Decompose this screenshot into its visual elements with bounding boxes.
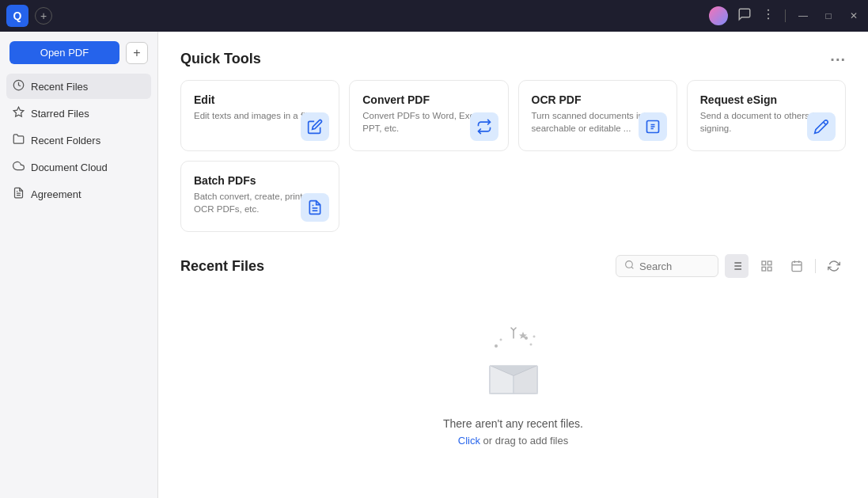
svg-point-32 bbox=[499, 339, 502, 341]
main-content: Quick Tools ··· Edit Edit texts and imag… bbox=[158, 32, 868, 498]
svg-point-0 bbox=[768, 10, 769, 11]
sidebar-item-agreement[interactable]: Agreement bbox=[6, 181, 151, 207]
tool-icon-wrap bbox=[301, 193, 329, 222]
svg-line-30 bbox=[514, 328, 516, 330]
quick-tools-more-button[interactable]: ··· bbox=[830, 51, 846, 67]
tool-card-batch-pdfs[interactable]: Batch PDFs Batch convert, create, print,… bbox=[180, 161, 339, 232]
sidebar-item-document-cloud[interactable]: Document Cloud bbox=[6, 154, 151, 180]
tool-title: OCR PDF bbox=[532, 93, 664, 106]
tool-card-edit[interactable]: Edit Edit texts and images in a file. bbox=[180, 80, 339, 151]
svg-rect-21 bbox=[762, 267, 766, 271]
document-cloud-icon bbox=[13, 160, 25, 174]
sidebar-item-starred-files[interactable]: Starred Files bbox=[6, 101, 151, 126]
app-body: Open PDF + Recent Files Starred Files bbox=[0, 32, 868, 498]
svg-rect-23 bbox=[792, 262, 802, 272]
add-tab-button[interactable]: + bbox=[35, 7, 52, 25]
empty-state-click-link[interactable]: Click bbox=[458, 435, 480, 447]
sidebar-top: Open PDF + bbox=[0, 41, 157, 74]
empty-state-illustration bbox=[474, 322, 553, 405]
convert-icon bbox=[470, 112, 498, 141]
sidebar: Open PDF + Recent Files Starred Files bbox=[0, 32, 158, 498]
user-avatar[interactable] bbox=[709, 6, 728, 25]
tool-icon-wrap bbox=[639, 112, 667, 141]
edit-icon bbox=[301, 112, 329, 141]
empty-state-end-text: to add files bbox=[518, 435, 568, 447]
sidebar-item-label: Starred Files bbox=[31, 108, 89, 120]
svg-point-11 bbox=[626, 261, 633, 268]
svg-point-1 bbox=[768, 13, 769, 15]
quick-tools-section-header: Quick Tools ··· bbox=[180, 51, 846, 67]
app-logo: Q bbox=[6, 5, 28, 27]
tool-title: Batch PDFs bbox=[194, 174, 326, 187]
grid-view-button[interactable] bbox=[755, 254, 779, 278]
svg-point-35 bbox=[533, 336, 535, 338]
titlebar: Q + — □ ✕ bbox=[0, 0, 868, 32]
empty-state-middle-text: or drag bbox=[480, 435, 518, 447]
maximize-button[interactable]: □ bbox=[821, 10, 836, 21]
chat-icon[interactable] bbox=[737, 7, 752, 25]
close-button[interactable]: ✕ bbox=[846, 10, 862, 21]
starred-files-icon bbox=[13, 106, 25, 120]
recent-files-controls bbox=[616, 254, 846, 278]
more-options-icon[interactable] bbox=[761, 7, 775, 25]
sidebar-item-label: Agreement bbox=[31, 188, 81, 200]
svg-rect-22 bbox=[768, 267, 771, 271]
sidebar-add-button[interactable]: + bbox=[126, 42, 148, 64]
search-input[interactable] bbox=[639, 260, 710, 272]
svg-line-12 bbox=[631, 267, 633, 268]
svg-point-2 bbox=[768, 17, 769, 19]
view-controls-separator bbox=[815, 259, 816, 273]
sidebar-item-recent-folders[interactable]: Recent Folders bbox=[6, 127, 151, 153]
tool-icon-wrap bbox=[807, 112, 836, 141]
esign-icon bbox=[807, 112, 836, 141]
recent-files-icon bbox=[13, 79, 25, 93]
svg-rect-20 bbox=[768, 261, 771, 265]
tool-title: Convert PDF bbox=[362, 93, 495, 106]
empty-state-action: Click or drag to add files bbox=[458, 435, 568, 447]
svg-marker-4 bbox=[13, 107, 24, 116]
sidebar-nav: Recent Files Starred Files Recent Folder… bbox=[0, 74, 157, 207]
recent-files-title: Recent Files bbox=[180, 258, 264, 275]
search-box[interactable] bbox=[616, 255, 718, 277]
quick-tools-title: Quick Tools bbox=[180, 51, 261, 67]
open-pdf-button[interactable]: Open PDF bbox=[9, 41, 119, 64]
minimize-button[interactable]: — bbox=[795, 10, 811, 21]
refresh-button[interactable] bbox=[822, 254, 846, 278]
tool-title: Edit bbox=[194, 93, 326, 106]
svg-point-33 bbox=[529, 344, 532, 346]
tools-grid: Edit Edit texts and images in a file. Co… bbox=[180, 80, 846, 232]
tool-card-request-esign[interactable]: Request eSign Send a document to others … bbox=[687, 80, 846, 151]
tool-icon-wrap bbox=[470, 112, 498, 141]
recent-folders-icon bbox=[13, 133, 25, 147]
ocr-icon bbox=[639, 112, 667, 141]
titlebar-separator bbox=[785, 10, 786, 22]
search-icon bbox=[624, 260, 635, 272]
calendar-view-button[interactable] bbox=[785, 254, 809, 278]
list-view-button[interactable] bbox=[725, 254, 749, 278]
empty-state: There aren't any recent files. Click or … bbox=[180, 291, 846, 478]
agreement-icon bbox=[13, 187, 25, 201]
recent-files-header: Recent Files bbox=[180, 254, 846, 278]
sidebar-item-label: Document Cloud bbox=[31, 162, 108, 173]
batch-icon bbox=[301, 193, 329, 222]
sidebar-item-label: Recent Folders bbox=[31, 135, 100, 146]
tool-icon-wrap bbox=[301, 112, 329, 141]
sidebar-item-recent-files[interactable]: Recent Files bbox=[6, 74, 151, 99]
tool-card-convert-pdf[interactable]: Convert PDF Convert PDFs to Word, Excel,… bbox=[349, 80, 508, 151]
empty-state-message: There aren't any recent files. bbox=[443, 417, 583, 430]
tool-card-ocr-pdf[interactable]: OCR PDF Turn scanned documents into sear… bbox=[518, 80, 677, 151]
svg-rect-19 bbox=[762, 261, 766, 265]
titlebar-controls: — □ ✕ bbox=[709, 6, 862, 25]
sidebar-item-label: Recent Files bbox=[31, 81, 88, 93]
tool-title: Request eSign bbox=[700, 93, 832, 106]
svg-point-31 bbox=[495, 344, 498, 348]
